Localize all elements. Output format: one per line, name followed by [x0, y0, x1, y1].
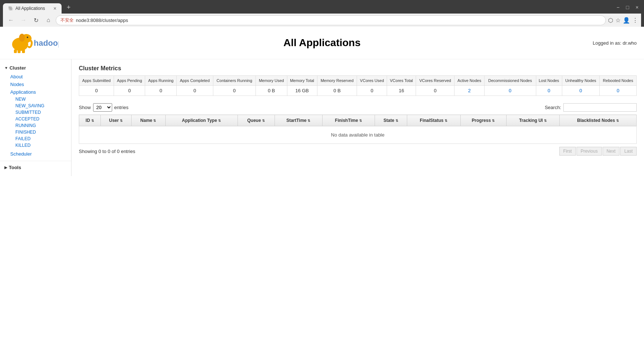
metrics-value-cell: 16 GB — [287, 86, 317, 96]
show-label: Show — [79, 105, 91, 110]
accepted-link[interactable]: ACCEPTED — [15, 116, 39, 122]
submitted-link[interactable]: SUBMITTED — [15, 110, 41, 115]
failed-link[interactable]: FAILED — [15, 136, 30, 141]
scheduler-link[interactable]: Scheduler — [10, 151, 32, 157]
svg-rect-4 — [14, 49, 17, 53]
about-link[interactable]: About — [10, 74, 23, 79]
menu-icon[interactable]: ⋮ — [632, 17, 638, 24]
cluster-metrics-section: Cluster Metrics Apps SubmittedApps Pendi… — [79, 65, 637, 96]
refresh-button[interactable]: ↻ — [31, 15, 41, 25]
applications-table: ID⇅User⇅Name⇅Application Type⇅Queue⇅Star… — [79, 115, 637, 144]
window-minimize-button[interactable]: − — [614, 3, 622, 11]
tab-close-button[interactable]: × — [54, 5, 56, 11]
sidebar-item-nodes[interactable]: Nodes — [0, 81, 71, 88]
cast-icon[interactable]: ⬡ — [608, 17, 613, 24]
next-page-button[interactable]: Next — [603, 147, 620, 156]
metrics-value-cell[interactable]: 0 — [484, 86, 536, 96]
apps-col-header[interactable]: FinishTime⇅ — [322, 115, 375, 126]
metrics-col-header: Decommissioned Nodes — [484, 76, 536, 86]
footer-info: Showing 0 to 0 of 0 entries — [79, 149, 135, 154]
forward-button[interactable]: → — [18, 15, 29, 25]
new-link[interactable]: NEW — [15, 97, 26, 102]
window-maximize-button[interactable]: □ — [623, 3, 632, 11]
back-button[interactable]: ← — [6, 15, 16, 25]
apps-col-header[interactable]: Blacklisted Nodes⇅ — [560, 115, 637, 126]
home-button[interactable]: ⌂ — [43, 15, 54, 25]
killed-link[interactable]: KILLED — [15, 143, 30, 148]
apps-col-header[interactable]: Application Type⇅ — [165, 115, 238, 126]
metrics-value-link[interactable]: 0 — [548, 88, 550, 93]
tools-arrow-icon: ▶ — [4, 165, 7, 169]
metrics-value-cell: 0 — [114, 86, 145, 96]
tab-favicon: 🐘 — [8, 6, 13, 11]
apps-col-header[interactable]: StartTime⇅ — [275, 115, 322, 126]
sidebar-cluster-header[interactable]: ▼ Cluster — [0, 63, 71, 73]
last-page-button[interactable]: Last — [620, 147, 637, 156]
apps-col-header[interactable]: ID⇅ — [79, 115, 101, 126]
metrics-col-header: Containers Running — [213, 76, 256, 86]
apps-col-header[interactable]: Queue⇅ — [238, 115, 275, 126]
metrics-value-link[interactable]: 2 — [468, 88, 471, 93]
entries-select[interactable]: 10202550100 — [93, 103, 112, 112]
apps-col-header[interactable]: Progress⇅ — [460, 115, 506, 126]
page-title: All Applications — [283, 37, 361, 49]
metrics-col-header: Apps Completed — [177, 76, 213, 86]
apps-col-header[interactable]: State⇅ — [375, 115, 407, 126]
browser-tab[interactable]: 🐘 All Applications × — [3, 3, 62, 14]
sidebar-section-cluster: ▼ Cluster About Nodes Applications NEW N… — [0, 63, 71, 158]
apps-col-header[interactable]: User⇅ — [101, 115, 131, 126]
sidebar-sub-item-submitted[interactable]: SUBMITTED — [0, 109, 71, 116]
metrics-col-header: Apps Pending — [114, 76, 145, 86]
metrics-col-header: Lost Nodes — [536, 76, 562, 86]
bookmark-icon[interactable]: ☆ — [615, 17, 621, 24]
metrics-col-header: Unhealthy Nodes — [562, 76, 600, 86]
sort-arrows-icon: ⇅ — [91, 119, 94, 123]
metrics-value-link[interactable]: 0 — [509, 88, 511, 93]
security-label: 不安全 — [60, 17, 74, 23]
sidebar-item-about[interactable]: About — [0, 73, 71, 81]
metrics-value-link[interactable]: 0 — [579, 88, 582, 93]
cluster-metrics-table: Apps SubmittedApps PendingApps RunningAp… — [79, 75, 637, 96]
metrics-value-link[interactable]: 0 — [617, 88, 619, 93]
metrics-value-cell[interactable]: 0 — [536, 86, 562, 96]
apps-col-header[interactable]: FinalStatus⇅ — [407, 115, 460, 126]
new-tab-button[interactable]: + — [63, 2, 74, 14]
apps-col-header[interactable]: Tracking UI⇅ — [506, 115, 560, 126]
sidebar-sub-item-new[interactable]: NEW — [0, 96, 71, 102]
sort-arrows-icon: ⇅ — [544, 119, 547, 123]
sidebar-sub-item-running[interactable]: RUNNING — [0, 122, 71, 129]
metrics-col-header: Apps Running — [145, 76, 177, 86]
sidebar-item-scheduler[interactable]: Scheduler — [0, 150, 71, 158]
sidebar-sub-item-failed[interactable]: FAILED — [0, 135, 71, 142]
hadoop-logo: hadoop — [7, 30, 59, 54]
profile-icon[interactable]: 👤 — [623, 17, 630, 24]
applications-link[interactable]: Applications — [10, 89, 36, 95]
window-close-button[interactable]: × — [633, 3, 641, 11]
sidebar-sub-item-new-saving[interactable]: NEW_SAVING — [0, 102, 71, 109]
metrics-value-cell[interactable]: 2 — [455, 86, 484, 96]
address-bar[interactable]: 不安全 node3:8088/cluster/apps — [56, 15, 606, 25]
metrics-value-cell: 0 B — [317, 86, 357, 96]
sidebar-sub-item-accepted[interactable]: ACCEPTED — [0, 116, 71, 122]
search-input[interactable] — [563, 103, 637, 112]
previous-page-button[interactable]: Previous — [577, 147, 602, 156]
sidebar: ▼ Cluster About Nodes Applications NEW N… — [0, 59, 71, 176]
nodes-link[interactable]: Nodes — [10, 82, 24, 87]
table-footer: Showing 0 to 0 of 0 entries First Previo… — [79, 147, 637, 156]
search-label: Search: — [545, 105, 561, 110]
sidebar-item-applications[interactable]: Applications — [0, 88, 71, 96]
first-page-button[interactable]: First — [559, 147, 576, 156]
sidebar-tools-header[interactable]: ▶ Tools — [0, 163, 71, 172]
running-link[interactable]: RUNNING — [15, 123, 36, 128]
apps-col-header[interactable]: Name⇅ — [131, 115, 165, 126]
browser-toolbar: ← → ↻ ⌂ 不安全 node3:8088/cluster/apps ⬡ ☆ … — [3, 14, 641, 27]
metrics-value-cell[interactable]: 0 — [600, 86, 637, 96]
metrics-value-cell: 16 — [387, 86, 416, 96]
sidebar-sub-item-killed[interactable]: KILLED — [0, 142, 71, 149]
sort-arrows-icon: ⇅ — [218, 119, 221, 123]
sidebar-sub-item-finished[interactable]: FINISHED — [0, 129, 71, 135]
finished-link[interactable]: FINISHED — [15, 130, 36, 135]
new-saving-link[interactable]: NEW_SAVING — [15, 103, 44, 108]
svg-point-3 — [27, 37, 28, 38]
metrics-value-cell[interactable]: 0 — [562, 86, 600, 96]
